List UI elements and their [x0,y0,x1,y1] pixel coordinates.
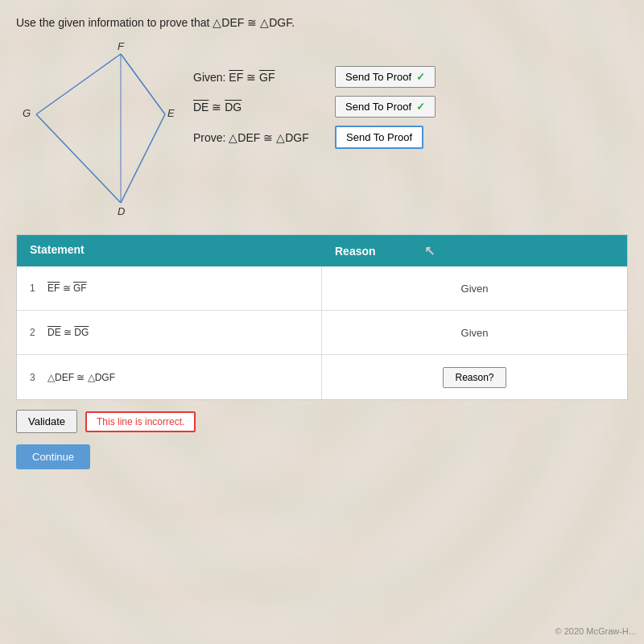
send-proof-label-1: Send To Proof [345,71,411,83]
send-proof-label-3: Send To Proof [346,131,412,143]
statement-1: EF ≅ GF [47,283,87,294]
table-row-1: 1 EF ≅ GF Given [17,266,627,311]
validate-button[interactable]: Validate [16,410,77,433]
reason-text-2: Given [461,327,489,339]
proof-table-header: Statement Reason ↖ [17,235,627,266]
given-row-2: DE ≅ DG Send To Proof ✓ [193,96,628,118]
row-num-3: 3 [30,372,41,383]
continue-button[interactable]: Continue [16,444,90,469]
svg-line-2 [36,114,121,203]
reason-text-1: Given [461,283,489,295]
checkmark-2: ✓ [416,101,425,113]
send-proof-label-2: Send To Proof [345,101,411,113]
send-to-proof-btn-1[interactable]: Send To Proof ✓ [335,66,436,88]
point-D-label: D [118,205,125,217]
given2-eq-dg: DG [225,101,242,114]
prove-text: Prove: △DEF ≅ △DGF [193,131,322,144]
given-prove-area: Given: EF ≅ GF Send To Proof ✓ DE ≅ DG S… [193,42,628,149]
given2-eq-rest: ≅ [208,101,225,114]
statement-cell-3: 3 △DEF ≅ △DGF [17,355,322,399]
svg-line-3 [121,114,165,203]
question-text: Use the given information to prove that … [16,16,628,29]
given1-eq-rest: ≅ [243,71,259,84]
table-row-3: 3 △DEF ≅ △DGF Reason? [17,355,627,399]
reason-cell-3[interactable]: Reason? [322,355,627,399]
reason-cell-1: Given [322,266,627,310]
statement-2: DE ≅ DG [47,327,89,338]
diagram-area: F G E D [16,42,177,221]
validate-area: Validate This line is incorrect. [16,410,628,433]
statement-header: Statement [17,235,322,266]
svg-line-1 [121,54,165,114]
given-text-1: Given: EF ≅ GF [193,71,322,84]
triangle-diagram: F G E D [16,42,177,219]
statement-3: △DEF ≅ △DGF [47,372,115,383]
given-text-2: DE ≅ DG [193,101,322,114]
point-E-label: E [167,107,175,119]
statement-cell-1: 1 EF ≅ GF [17,266,322,310]
cursor-icon: ↖ [424,243,435,258]
send-to-proof-btn-3[interactable]: Send To Proof [335,126,423,149]
prove-prefix: Prove: △DEF ≅ △DGF [193,131,309,144]
reason-cell-2: Given [322,311,627,354]
svg-line-0 [36,54,121,114]
statement-cell-2: 2 DE ≅ DG [17,311,322,354]
point-G-label: G [23,107,31,119]
prove-row: Prove: △DEF ≅ △DGF Send To Proof [193,126,628,149]
checkmark-1: ✓ [416,71,425,83]
given2-eq-de: DE [193,101,208,114]
send-to-proof-btn-2[interactable]: Send To Proof ✓ [335,96,436,118]
reason-header: Reason ↖ [322,235,627,266]
table-row-2: 2 DE ≅ DG Given [17,311,627,355]
given-row-1: Given: EF ≅ GF Send To Proof ✓ [193,66,628,88]
row-num-2: 2 [30,327,41,338]
given1-eq-gf: GF [259,71,275,84]
point-F-label: F [118,42,125,52]
proof-table: Statement Reason ↖ 1 EF ≅ GF Given 2 [16,234,628,400]
given1-eq-overline: EF [229,71,243,84]
copyright-text: © 2020 McGraw-H... [555,626,636,636]
error-message: This line is incorrect. [85,411,196,432]
row-num-1: 1 [30,283,41,294]
given1-prefix: Given: [193,71,229,84]
reason-header-label: Reason [335,245,376,258]
reason-btn-3[interactable]: Reason? [443,367,506,388]
